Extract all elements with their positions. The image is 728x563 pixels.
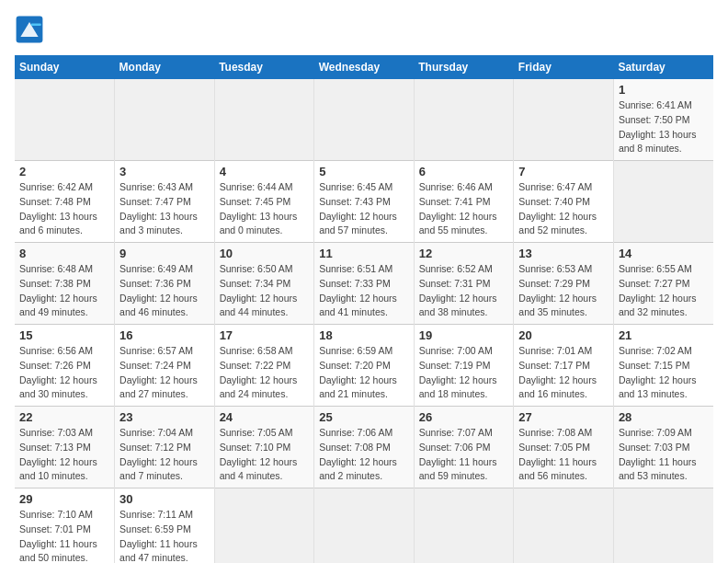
empty-cell <box>15 79 115 161</box>
empty-cell <box>214 79 314 161</box>
logo-icon <box>15 15 44 44</box>
calendar-day: 11Sunrise: 6:51 AMSunset: 7:33 PMDayligh… <box>314 243 415 325</box>
calendar-day: 10Sunrise: 6:50 AMSunset: 7:34 PMDayligh… <box>214 243 314 325</box>
calendar-day: 20Sunrise: 7:01 AMSunset: 7:17 PMDayligh… <box>514 325 614 407</box>
calendar-day: 28Sunrise: 7:09 AMSunset: 7:03 PMDayligh… <box>613 407 713 488</box>
logo <box>15 15 48 44</box>
calendar-day: 30Sunrise: 7:11 AMSunset: 6:59 PMDayligh… <box>115 488 215 564</box>
calendar-day: 26Sunrise: 7:07 AMSunset: 7:06 PMDayligh… <box>414 407 514 488</box>
empty-cell <box>314 79 415 161</box>
weekday-header-monday: Monday <box>115 55 215 79</box>
calendar-week-row: 2Sunrise: 6:42 AMSunset: 7:48 PMDaylight… <box>15 161 713 243</box>
calendar-week-row: 22Sunrise: 7:03 AMSunset: 7:13 PMDayligh… <box>15 407 713 488</box>
weekday-header-thursday: Thursday <box>414 55 514 79</box>
calendar-day: 12Sunrise: 6:52 AMSunset: 7:31 PMDayligh… <box>414 243 514 325</box>
svg-rect-2 <box>31 24 41 26</box>
calendar-day: 14Sunrise: 6:55 AMSunset: 7:27 PMDayligh… <box>613 243 713 325</box>
calendar-day: 4Sunrise: 6:44 AMSunset: 7:45 PMDaylight… <box>214 161 314 243</box>
calendar-day: 15Sunrise: 6:56 AMSunset: 7:26 PMDayligh… <box>15 325 115 407</box>
calendar-header: SundayMondayTuesdayWednesdayThursdayFrid… <box>15 55 713 79</box>
calendar-day: 18Sunrise: 6:59 AMSunset: 7:20 PMDayligh… <box>314 325 415 407</box>
calendar-day: 24Sunrise: 7:05 AMSunset: 7:10 PMDayligh… <box>214 407 314 488</box>
empty-cell <box>414 79 514 161</box>
calendar-week-row: 1Sunrise: 6:41 AMSunset: 7:50 PMDaylight… <box>15 79 713 161</box>
calendar-day: 29Sunrise: 7:10 AMSunset: 7:01 PMDayligh… <box>15 488 115 564</box>
calendar-day: 2Sunrise: 6:42 AMSunset: 7:48 PMDaylight… <box>15 161 115 243</box>
weekday-header-tuesday: Tuesday <box>214 55 314 79</box>
calendar-day: 3Sunrise: 6:43 AMSunset: 7:47 PMDaylight… <box>115 161 215 243</box>
calendar-week-row: 8Sunrise: 6:48 AMSunset: 7:38 PMDaylight… <box>15 243 713 325</box>
header <box>15 15 713 44</box>
calendar-day: 13Sunrise: 6:53 AMSunset: 7:29 PMDayligh… <box>514 243 614 325</box>
calendar-body: 1Sunrise: 6:41 AMSunset: 7:50 PMDaylight… <box>15 79 713 563</box>
empty-cell <box>115 79 215 161</box>
calendar-day: 8Sunrise: 6:48 AMSunset: 7:38 PMDaylight… <box>15 243 115 325</box>
empty-cell <box>613 488 713 564</box>
calendar-day: 7Sunrise: 6:47 AMSunset: 7:40 PMDaylight… <box>514 161 614 243</box>
empty-cell <box>514 79 614 161</box>
empty-cell <box>414 488 514 564</box>
weekday-header-wednesday: Wednesday <box>314 55 415 79</box>
empty-cell <box>613 161 713 243</box>
calendar-day: 17Sunrise: 6:58 AMSunset: 7:22 PMDayligh… <box>214 325 314 407</box>
empty-cell <box>214 488 314 564</box>
weekday-header-row: SundayMondayTuesdayWednesdayThursdayFrid… <box>15 55 713 79</box>
calendar-table: SundayMondayTuesdayWednesdayThursdayFrid… <box>15 55 713 563</box>
weekday-header-friday: Friday <box>514 55 614 79</box>
calendar-day: 22Sunrise: 7:03 AMSunset: 7:13 PMDayligh… <box>15 407 115 488</box>
calendar-week-row: 15Sunrise: 6:56 AMSunset: 7:26 PMDayligh… <box>15 325 713 407</box>
calendar-day: 16Sunrise: 6:57 AMSunset: 7:24 PMDayligh… <box>115 325 215 407</box>
calendar-day: 27Sunrise: 7:08 AMSunset: 7:05 PMDayligh… <box>514 407 614 488</box>
calendar-day: 23Sunrise: 7:04 AMSunset: 7:12 PMDayligh… <box>115 407 215 488</box>
calendar-day: 21Sunrise: 7:02 AMSunset: 7:15 PMDayligh… <box>613 325 713 407</box>
calendar-day: 9Sunrise: 6:49 AMSunset: 7:36 PMDaylight… <box>115 243 215 325</box>
calendar-day: 6Sunrise: 6:46 AMSunset: 7:41 PMDaylight… <box>414 161 514 243</box>
empty-cell <box>314 488 415 564</box>
calendar-day: 1Sunrise: 6:41 AMSunset: 7:50 PMDaylight… <box>613 79 713 161</box>
weekday-header-sunday: Sunday <box>15 55 115 79</box>
empty-cell <box>514 488 614 564</box>
calendar-week-row: 29Sunrise: 7:10 AMSunset: 7:01 PMDayligh… <box>15 488 713 564</box>
calendar-day: 19Sunrise: 7:00 AMSunset: 7:19 PMDayligh… <box>414 325 514 407</box>
calendar-day: 25Sunrise: 7:06 AMSunset: 7:08 PMDayligh… <box>314 407 415 488</box>
calendar-day: 5Sunrise: 6:45 AMSunset: 7:43 PMDaylight… <box>314 161 415 243</box>
weekday-header-saturday: Saturday <box>613 55 713 79</box>
